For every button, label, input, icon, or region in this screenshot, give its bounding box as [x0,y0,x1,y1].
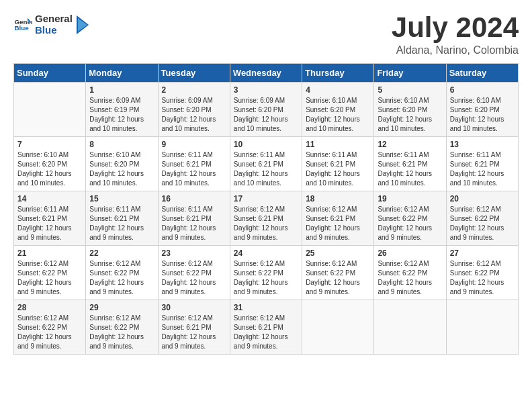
day-number: 29 [89,303,154,312]
day-number: 30 [162,303,226,312]
day-number: 17 [234,194,298,203]
weekday-header-thursday: Thursday [302,64,374,83]
day-info: Sunrise: 6:12 AM Sunset: 6:21 PM Dayligh… [234,205,298,242]
day-info: Sunrise: 6:10 AM Sunset: 6:20 PM Dayligh… [306,96,370,134]
day-info: Sunrise: 6:10 AM Sunset: 6:20 PM Dayligh… [378,96,442,134]
day-info: Sunrise: 6:12 AM Sunset: 6:22 PM Dayligh… [450,205,515,242]
weekday-header-monday: Monday [86,64,158,83]
calendar-cell [446,300,518,355]
calendar-cell: 24Sunrise: 6:12 AM Sunset: 6:22 PM Dayli… [230,246,302,300]
weekday-header-friday: Friday [374,64,446,83]
day-info: Sunrise: 6:12 AM Sunset: 6:21 PM Dayligh… [234,314,298,351]
day-number: 31 [234,303,298,312]
day-number: 22 [89,248,154,258]
day-info: Sunrise: 6:12 AM Sunset: 6:22 PM Dayligh… [234,259,298,297]
calendar-cell: 25Sunrise: 6:12 AM Sunset: 6:22 PM Dayli… [302,246,374,300]
logo-blue-text: Blue [35,25,73,36]
day-info: Sunrise: 6:12 AM Sunset: 6:22 PM Dayligh… [306,259,370,297]
calendar-cell: 23Sunrise: 6:12 AM Sunset: 6:22 PM Dayli… [158,246,230,300]
calendar-cell: 10Sunrise: 6:11 AM Sunset: 6:21 PM Dayli… [230,137,302,191]
calendar-cell: 5Sunrise: 6:10 AM Sunset: 6:20 PM Daylig… [374,83,446,137]
calendar-cell: 16Sunrise: 6:11 AM Sunset: 6:21 PM Dayli… [158,191,230,246]
day-info: Sunrise: 6:12 AM Sunset: 6:22 PM Dayligh… [378,205,442,242]
day-number: 23 [162,248,226,258]
day-number: 16 [162,194,226,203]
calendar-week-row: 21Sunrise: 6:12 AM Sunset: 6:22 PM Dayli… [14,246,519,300]
calendar-cell: 12Sunrise: 6:11 AM Sunset: 6:21 PM Dayli… [374,137,446,191]
day-number: 11 [306,140,370,149]
day-info: Sunrise: 6:12 AM Sunset: 6:22 PM Dayligh… [17,259,82,297]
day-info: Sunrise: 6:12 AM Sunset: 6:22 PM Dayligh… [162,259,226,297]
day-number: 27 [450,248,515,258]
day-number: 2 [162,85,226,95]
day-number: 25 [306,248,370,258]
day-number: 13 [450,140,515,149]
day-info: Sunrise: 6:09 AM Sunset: 6:19 PM Dayligh… [89,96,154,134]
calendar-cell: 19Sunrise: 6:12 AM Sunset: 6:22 PM Dayli… [374,191,446,246]
day-number: 10 [234,140,298,149]
day-number: 26 [378,248,442,258]
calendar-cell: 21Sunrise: 6:12 AM Sunset: 6:22 PM Dayli… [14,246,86,300]
calendar-cell [374,300,446,355]
calendar-header: SundayMondayTuesdayWednesdayThursdayFrid… [14,64,519,83]
day-number: 3 [234,85,298,95]
day-info: Sunrise: 6:11 AM Sunset: 6:21 PM Dayligh… [378,150,442,188]
day-info: Sunrise: 6:11 AM Sunset: 6:21 PM Dayligh… [17,205,82,242]
calendar-cell: 27Sunrise: 6:12 AM Sunset: 6:22 PM Dayli… [446,246,518,300]
calendar-cell: 8Sunrise: 6:10 AM Sunset: 6:20 PM Daylig… [86,137,158,191]
day-number: 6 [450,85,515,95]
day-number: 15 [89,194,154,203]
calendar-cell: 29Sunrise: 6:12 AM Sunset: 6:22 PM Dayli… [86,300,158,355]
day-number: 20 [450,194,515,203]
calendar-week-row: 1Sunrise: 6:09 AM Sunset: 6:19 PM Daylig… [14,83,519,137]
day-info: Sunrise: 6:12 AM Sunset: 6:22 PM Dayligh… [17,314,82,351]
day-number: 21 [17,248,82,258]
calendar-cell: 22Sunrise: 6:12 AM Sunset: 6:22 PM Dayli… [86,246,158,300]
day-info: Sunrise: 6:12 AM Sunset: 6:21 PM Dayligh… [162,314,226,351]
svg-text:Blue: Blue [14,24,29,32]
calendar-cell: 9Sunrise: 6:11 AM Sunset: 6:21 PM Daylig… [158,137,230,191]
day-number: 4 [306,85,370,95]
day-number: 5 [378,85,442,95]
title-area: July 2024 Aldana, Narino, Colombia [392,13,519,56]
calendar-cell: 20Sunrise: 6:12 AM Sunset: 6:22 PM Dayli… [446,191,518,246]
day-info: Sunrise: 6:09 AM Sunset: 6:20 PM Dayligh… [162,96,226,134]
weekday-header-saturday: Saturday [446,64,518,83]
calendar-cell: 2Sunrise: 6:09 AM Sunset: 6:20 PM Daylig… [158,83,230,137]
day-info: Sunrise: 6:11 AM Sunset: 6:21 PM Dayligh… [234,150,298,188]
calendar-cell: 28Sunrise: 6:12 AM Sunset: 6:22 PM Dayli… [14,300,86,355]
day-number: 14 [17,194,82,203]
day-info: Sunrise: 6:09 AM Sunset: 6:20 PM Dayligh… [234,96,298,134]
day-number: 28 [17,303,82,312]
main-title: July 2024 [392,13,519,42]
calendar-table: SundayMondayTuesdayWednesdayThursdayFrid… [13,63,519,355]
logo-icon: General Blue [13,15,32,34]
calendar-cell: 7Sunrise: 6:10 AM Sunset: 6:20 PM Daylig… [14,137,86,191]
day-number: 7 [17,140,82,149]
day-number: 19 [378,194,442,203]
logo: General Blue General Blue [13,13,90,36]
day-number: 8 [89,140,154,149]
calendar-cell [302,300,374,355]
weekday-header-tuesday: Tuesday [158,64,230,83]
day-number: 18 [306,194,370,203]
calendar-cell: 17Sunrise: 6:12 AM Sunset: 6:21 PM Dayli… [230,191,302,246]
day-number: 24 [234,248,298,258]
subtitle: Aldana, Narino, Colombia [392,44,519,56]
calendar-cell: 4Sunrise: 6:10 AM Sunset: 6:20 PM Daylig… [302,83,374,137]
day-info: Sunrise: 6:12 AM Sunset: 6:22 PM Dayligh… [450,259,515,297]
day-number: 12 [378,140,442,149]
calendar-cell: 1Sunrise: 6:09 AM Sunset: 6:19 PM Daylig… [86,83,158,137]
day-info: Sunrise: 6:12 AM Sunset: 6:22 PM Dayligh… [89,314,154,351]
day-info: Sunrise: 6:11 AM Sunset: 6:21 PM Dayligh… [89,205,154,242]
day-info: Sunrise: 6:12 AM Sunset: 6:22 PM Dayligh… [378,259,442,297]
calendar-cell: 13Sunrise: 6:11 AM Sunset: 6:21 PM Dayli… [446,137,518,191]
logo-arrow-icon [75,15,90,34]
calendar-cell: 30Sunrise: 6:12 AM Sunset: 6:21 PM Dayli… [158,300,230,355]
day-info: Sunrise: 6:11 AM Sunset: 6:21 PM Dayligh… [162,150,226,188]
calendar-cell [14,83,86,137]
calendar-cell: 26Sunrise: 6:12 AM Sunset: 6:22 PM Dayli… [374,246,446,300]
day-number: 9 [162,140,226,149]
calendar-cell: 3Sunrise: 6:09 AM Sunset: 6:20 PM Daylig… [230,83,302,137]
day-info: Sunrise: 6:12 AM Sunset: 6:21 PM Dayligh… [306,205,370,242]
